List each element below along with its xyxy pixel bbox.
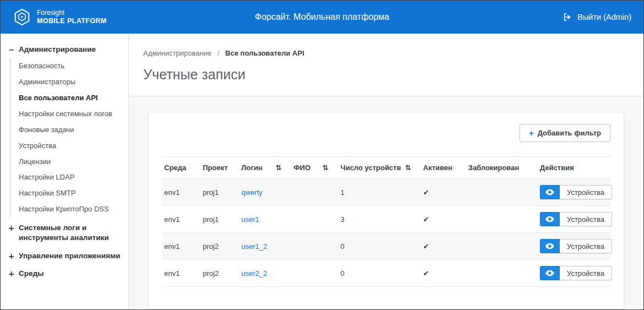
expand-icon[interactable]: +	[8, 223, 15, 233]
column-header: Число устройств⇅	[338, 157, 421, 179]
add-filter-button[interactable]: + Добавить фильтр	[519, 124, 610, 142]
column-header: ФИО⇅	[291, 157, 338, 179]
sort-icon[interactable]: ⇅	[322, 164, 328, 172]
column-header-label: ФИО	[294, 164, 311, 172]
cell-env: env1	[162, 206, 201, 233]
eye-icon	[545, 243, 554, 249]
logo-text: Foresight MOBILE PLATFORM	[37, 9, 107, 26]
cell-active: ✔	[421, 260, 466, 287]
eye-icon	[545, 189, 554, 195]
cell-active: ✔	[421, 233, 466, 260]
login-link[interactable]: user1	[241, 215, 259, 224]
cell-fio	[291, 233, 338, 260]
view-devices-button[interactable]	[540, 212, 560, 226]
cell-env: env1	[162, 260, 201, 287]
sidebar-section-label: Администрирование	[19, 45, 96, 55]
sort-icon[interactable]: ⇅	[275, 164, 282, 172]
devices-button[interactable]: Устройства	[560, 212, 612, 226]
view-devices-button[interactable]	[540, 185, 560, 199]
sidebar-item[interactable]: Устройства	[18, 138, 124, 154]
column-header-label: Среда	[164, 164, 186, 172]
table-row: env1proj1qwerty1✔Устройства	[162, 179, 610, 206]
column-header: Действия	[538, 157, 610, 179]
expand-icon[interactable]: +	[8, 251, 15, 261]
sidebar-section-label: Среды	[19, 269, 44, 279]
collapse-icon[interactable]: −	[8, 45, 15, 55]
column-header: Активен	[421, 157, 466, 179]
sidebar-item[interactable]: Настройки LDAP	[18, 170, 124, 186]
breadcrumb-parent[interactable]: Администрирование	[143, 49, 212, 57]
actions-button-group: Устройства	[540, 266, 612, 280]
devices-button[interactable]: Устройства	[560, 266, 612, 280]
devices-button[interactable]: Устройства	[560, 185, 612, 199]
cell-env: env1	[162, 179, 201, 206]
column-header-label: Число устройств	[340, 164, 401, 172]
sidebar-nav: −АдминистрированиеБезопасностьАдминистра…	[1, 34, 129, 309]
sidebar-section-toggle[interactable]: +Управление приложениями	[7, 248, 124, 264]
sidebar-item[interactable]: Все пользователи API	[18, 90, 124, 106]
cell-project: proj2	[201, 260, 239, 287]
logo-title: Foresight	[37, 9, 107, 17]
table-row: env1proj2user1_20✔Устройства	[162, 233, 610, 260]
active-check-icon: ✔	[423, 269, 429, 278]
cell-blocked	[466, 233, 538, 260]
sidebar-section-1: +Системные логи и инструменты аналитики	[7, 220, 124, 246]
table-row: env1proj2user2_20✔Устройства	[162, 260, 610, 287]
table-body: env1proj1qwerty1✔Устройстваenv1proj1user…	[162, 179, 610, 287]
cell-login: user2_2	[239, 260, 291, 287]
login-link[interactable]: user2_2	[241, 269, 267, 278]
cell-fio	[291, 179, 338, 206]
cell-project: proj1	[201, 179, 239, 206]
column-header-label: Заблокирован	[468, 164, 519, 172]
sidebar-section-toggle[interactable]: −Администрирование	[7, 41, 124, 58]
breadcrumb-current: Все пользователи API	[225, 49, 304, 57]
view-devices-button[interactable]	[540, 266, 560, 280]
sidebar-section-toggle[interactable]: +Среды	[7, 265, 124, 282]
table-header: СредаПроектЛогин⇅ФИО⇅Число устройств⇅Акт…	[162, 157, 610, 179]
login-link[interactable]: user1_2	[241, 242, 267, 251]
body: −АдминистрированиеБезопасностьАдминистра…	[1, 34, 643, 309]
sidebar-item[interactable]: Настройки SMTP	[18, 186, 124, 202]
cell-active: ✔	[421, 206, 466, 233]
accounts-table: СредаПроектЛогин⇅ФИО⇅Число устройств⇅Акт…	[162, 156, 610, 287]
column-header: Логин⇅	[239, 157, 291, 179]
logout-button[interactable]: Выйти (Admin)	[562, 12, 631, 22]
actions-button-group: Устройства	[540, 185, 612, 199]
cell-devices-count: 1	[338, 179, 421, 206]
sidebar-item[interactable]: Лицензии	[18, 154, 124, 170]
sidebar-section-3: +Среды	[7, 265, 124, 282]
column-header: Заблокирован	[466, 157, 538, 179]
expand-icon[interactable]: +	[8, 269, 15, 279]
sidebar-section-label: Управление приложениями	[19, 251, 120, 261]
logout-icon	[562, 12, 572, 22]
page-title: Учетные записи	[129, 57, 643, 96]
cell-project: proj1	[201, 206, 239, 233]
logout-label: Выйти (Admin)	[577, 13, 631, 21]
sidebar-item[interactable]: Настройки КриптоПро DSS	[18, 202, 124, 217]
cell-devices-count: 0	[338, 260, 421, 287]
sidebar-item[interactable]: Администраторы	[18, 74, 124, 90]
app-window: Foresight MOBILE PLATFORM Форсайт. Мобил…	[0, 0, 644, 310]
cell-fio	[291, 206, 338, 233]
logo-subtitle: MOBILE PLATFORM	[37, 17, 107, 26]
devices-button[interactable]: Устройства	[560, 239, 612, 253]
column-header-label: Логин	[241, 164, 262, 172]
sidebar-item[interactable]: Настройки системных логов	[18, 106, 124, 122]
cell-devices-count: 0	[338, 233, 421, 260]
actions-button-group: Устройства	[540, 212, 612, 226]
sidebar-section-toggle[interactable]: +Системные логи и инструменты аналитики	[7, 220, 124, 246]
sort-icon[interactable]: ⇅	[405, 164, 411, 172]
plus-icon: +	[529, 129, 534, 137]
sidebar-section-2: +Управление приложениями	[7, 248, 124, 264]
card-toolbar: + Добавить фильтр	[162, 124, 610, 142]
column-header: Среда	[162, 157, 201, 179]
sidebar-item[interactable]: Фоновые задачи	[18, 122, 124, 138]
table-header-row: СредаПроектЛогин⇅ФИО⇅Число устройств⇅Акт…	[162, 157, 610, 179]
sidebar-item[interactable]: Безопасность	[18, 58, 124, 74]
cell-env: env1	[162, 233, 201, 260]
cell-actions: Устройства	[538, 233, 610, 260]
login-link[interactable]: qwerty	[241, 188, 262, 197]
accounts-card: + Добавить фильтр СредаПроектЛогин⇅ФИО⇅Ч…	[149, 113, 624, 309]
foresight-logo-icon	[13, 8, 31, 26]
view-devices-button[interactable]	[540, 239, 560, 253]
